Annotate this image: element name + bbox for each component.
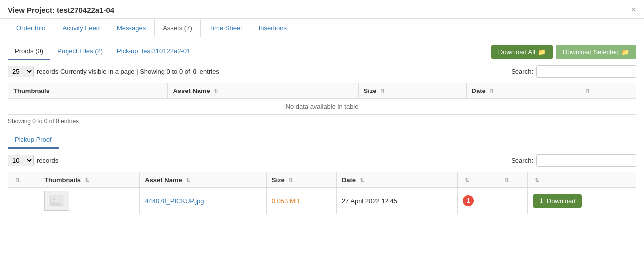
pickup-records-select[interactable]: 10 25 50 100: [8, 155, 34, 166]
pickup-col-thumbnails: Thumbnails ⇅: [39, 172, 140, 188]
pickup-records-left: 10 25 50 100 records: [8, 155, 58, 166]
download-arrow-icon: ⬇: [539, 197, 544, 205]
pickup-col-extra3: ⇅: [527, 172, 636, 188]
pickup-size-cell: 0.053 MB: [266, 188, 336, 214]
pickup-download-cell: ⬇ Download: [527, 188, 636, 214]
sort-icon-size[interactable]: ⇅: [380, 88, 385, 94]
col-actions: ⇅: [578, 83, 636, 99]
pickup-sort-icon-5[interactable]: ⇅: [465, 177, 469, 184]
pickup-date-value: 27 April 2022 12:45: [342, 197, 397, 205]
pickup-sort-icon-7[interactable]: ⇅: [535, 177, 539, 184]
project-id: test270422a1-04: [57, 6, 114, 14]
table-header-row: Thumbnails Asset Name ⇅ Size ⇅ Date ⇅ ⇅: [8, 83, 636, 99]
modal-title: View Project: test270422a1-04: [8, 6, 114, 14]
proofs-table: Thumbnails Asset Name ⇅ Size ⇅ Date ⇅ ⇅: [8, 83, 636, 115]
entries-count: 0: [193, 68, 197, 75]
pickup-sort-icon-size[interactable]: ⇅: [288, 177, 293, 184]
sub-tab-pickup[interactable]: Pick-up: test310122a2-01: [110, 43, 197, 60]
tab-assets[interactable]: Assets (7): [154, 19, 201, 37]
proofs-search-right: Search:: [511, 65, 636, 78]
entries-label: entries: [200, 68, 219, 75]
pickup-sort-icon-thumb[interactable]: ⇅: [85, 177, 89, 184]
pickup-proof-section: Pickup Proof 10 25 50 100 records Search…: [8, 132, 636, 214]
proofs-search-input[interactable]: [536, 65, 636, 78]
pickup-badge: 1: [463, 195, 474, 206]
content-area: Proofs (0) Project Files (2) Pick-up: te…: [0, 37, 644, 220]
pickup-row-sort-cell: [8, 188, 39, 214]
modal-header: View Project: test270422a1-04 ×: [0, 0, 644, 19]
pickup-table: ⇅ Thumbnails ⇅ Asset Name ⇅ Size ⇅: [8, 172, 636, 214]
sort-icon-actions[interactable]: ⇅: [585, 88, 590, 94]
tab-activity-feed[interactable]: Activity Feed: [54, 19, 108, 37]
pickup-col-asset-name: Asset Name ⇅: [140, 172, 267, 188]
pickup-proof-tab[interactable]: Pickup Proof: [8, 132, 59, 149]
pickup-sort-icon-1[interactable]: ⇅: [15, 177, 20, 184]
folder-icon-2: 📁: [621, 48, 629, 56]
download-all-button[interactable]: Download All 📁: [491, 45, 553, 59]
pickup-table-row: 444078_PICKUP.jpg 0.053 MB 27 April 2022…: [8, 188, 636, 214]
proofs-records-row: 25 10 50 100 records Currently visible i…: [8, 65, 636, 78]
tab-insertions[interactable]: Insertions: [251, 19, 295, 37]
pickup-asset-name-cell: 444078_PICKUP.jpg: [140, 188, 267, 214]
modal-title-text: View Project: [8, 6, 52, 14]
svg-point-1: [53, 198, 56, 200]
col-size: Size ⇅: [358, 83, 466, 99]
pickup-records-label: records: [37, 157, 58, 164]
pickup-thumbnail-cell: [39, 188, 140, 214]
pickup-col-size: Size ⇅: [266, 172, 336, 188]
sub-tab-proofs[interactable]: Proofs (0): [8, 43, 50, 60]
pickup-records-row: 10 25 50 100 records Search:: [8, 154, 636, 167]
download-selected-label: Download Selected: [563, 48, 619, 56]
proofs-showing-text: Showing 0 to 0 of 0 entries: [8, 118, 636, 125]
search-label: Search:: [511, 68, 533, 75]
download-buttons: Download All 📁 Download Selected 📁: [491, 45, 636, 59]
tab-order-info[interactable]: Order Info: [8, 19, 54, 37]
download-selected-button[interactable]: Download Selected 📁: [556, 45, 636, 59]
main-tabs: Order Info Activity Feed Messages Assets…: [0, 19, 644, 37]
download-all-label: Download All: [498, 48, 535, 56]
records-text: records Currently visible in a page | Sh…: [37, 68, 190, 75]
sort-icon-asset[interactable]: ⇅: [214, 88, 218, 94]
sub-tab-project-files[interactable]: Project Files (2): [50, 43, 110, 60]
sort-icon-date[interactable]: ⇅: [489, 88, 494, 94]
tab-time-sheet[interactable]: Time Sheet: [201, 19, 251, 37]
pickup-size-value: 0.053 MB: [272, 197, 300, 205]
col-date: Date ⇅: [466, 83, 578, 99]
pickup-badge-cell: 1: [458, 188, 497, 214]
pickup-sort-icon-name[interactable]: ⇅: [186, 177, 190, 184]
pickup-download-button[interactable]: ⬇ Download: [533, 194, 582, 208]
pickup-col-sort: ⇅: [8, 172, 39, 188]
pickup-asset-name-link[interactable]: 444078_PICKUP.jpg: [145, 197, 204, 205]
records-left: 25 10 50 100 records Currently visible i…: [8, 66, 219, 77]
pickup-search-right: Search:: [511, 154, 636, 167]
col-thumbnails: Thumbnails: [8, 83, 168, 99]
image-icon: [49, 193, 64, 208]
col-asset-name: Asset Name ⇅: [168, 83, 358, 99]
tab-messages[interactable]: Messages: [108, 19, 154, 37]
pickup-search-input[interactable]: [536, 154, 636, 167]
pickup-sort-icon-6[interactable]: ⇅: [504, 177, 509, 184]
pickup-tab-header: Pickup Proof: [8, 132, 636, 149]
pickup-search-label: Search:: [511, 157, 533, 164]
pickup-thumbnail: [44, 191, 69, 211]
pickup-header-row: ⇅ Thumbnails ⇅ Asset Name ⇅ Size ⇅: [8, 172, 636, 188]
pickup-col-extra1: ⇅: [458, 172, 497, 188]
proofs-records-select[interactable]: 25 10 50 100: [8, 66, 34, 77]
close-button[interactable]: ×: [631, 5, 636, 15]
no-data-row: No data available in table: [8, 99, 636, 115]
pickup-extra-cell: [497, 188, 527, 214]
pickup-date-cell: 27 April 2022 12:45: [336, 188, 457, 214]
pickup-col-extra2: ⇅: [497, 172, 527, 188]
no-data-cell: No data available in table: [8, 99, 636, 115]
pickup-col-date: Date ⇅: [336, 172, 457, 188]
pickup-download-label: Download: [547, 197, 576, 205]
sub-tabs-row: Proofs (0) Project Files (2) Pick-up: te…: [8, 43, 636, 60]
pickup-sort-icon-date[interactable]: ⇅: [360, 177, 364, 184]
sub-tabs: Proofs (0) Project Files (2) Pick-up: te…: [8, 43, 197, 60]
folder-icon: 📁: [538, 48, 546, 56]
